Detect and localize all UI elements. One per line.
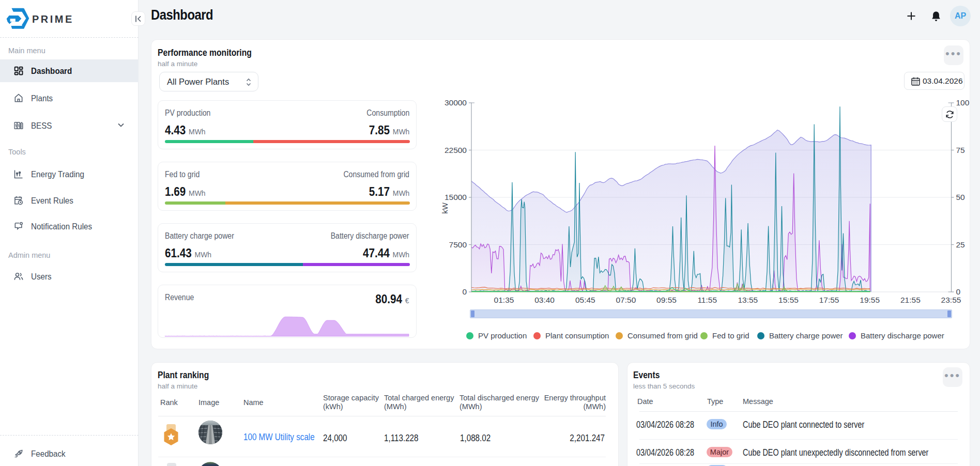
svg-text:09:55: 09:55 bbox=[656, 296, 677, 304]
svg-text:23:55: 23:55 bbox=[941, 296, 961, 304]
svg-text:15000: 15000 bbox=[445, 193, 467, 201]
svg-text:17:55: 17:55 bbox=[819, 296, 839, 304]
svg-text:7500: 7500 bbox=[449, 240, 467, 249]
svg-text:13:55: 13:55 bbox=[738, 296, 758, 304]
svg-text:kW: kW bbox=[440, 202, 449, 214]
svg-text:50: 50 bbox=[956, 193, 966, 201]
svg-text:100: 100 bbox=[956, 98, 970, 107]
svg-text:25: 25 bbox=[956, 240, 965, 249]
svg-text:15:55: 15:55 bbox=[778, 296, 799, 304]
svg-text:07:50: 07:50 bbox=[616, 296, 636, 304]
svg-text:0: 0 bbox=[462, 287, 467, 296]
svg-text:21:55: 21:55 bbox=[900, 296, 921, 304]
svg-text:30000: 30000 bbox=[445, 98, 467, 107]
svg-text:11:55: 11:55 bbox=[697, 296, 717, 304]
svg-text:22500: 22500 bbox=[445, 146, 467, 154]
svg-text:0: 0 bbox=[956, 287, 961, 296]
svg-text:75: 75 bbox=[956, 146, 965, 154]
svg-text:03:40: 03:40 bbox=[534, 296, 555, 304]
svg-text:01:35: 01:35 bbox=[494, 296, 514, 304]
svg-text:19:55: 19:55 bbox=[860, 296, 880, 304]
svg-text:05:45: 05:45 bbox=[575, 296, 595, 304]
